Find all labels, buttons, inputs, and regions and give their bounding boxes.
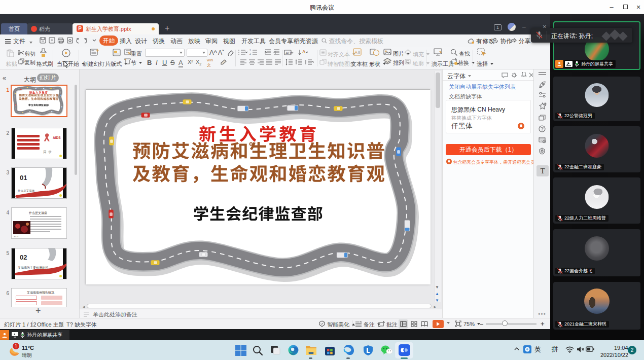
- svg-text:A: A: [354, 50, 357, 55]
- svg-text:AB: AB: [285, 51, 291, 55]
- svg-text:2: 2: [249, 52, 251, 55]
- svg-text:A: A: [302, 49, 306, 54]
- svg-text:1: 1: [249, 49, 251, 52]
